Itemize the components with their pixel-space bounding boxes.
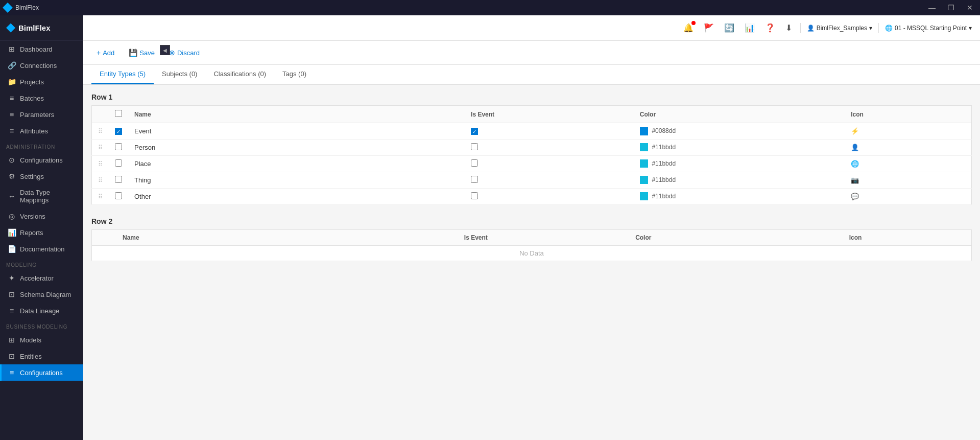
sidebar-item-entities[interactable]: ⊡ Entities xyxy=(0,348,83,364)
close-button[interactable]: ✕ xyxy=(964,3,976,13)
sidebar-item-label: Versions xyxy=(20,213,45,220)
add-button[interactable]: + Add xyxy=(91,46,119,59)
tab-entity-types[interactable]: Entity Types (5) xyxy=(91,65,154,84)
drag-handle-cell: ⠿ xyxy=(92,139,109,155)
toolbar: + Add 💾 Save ⊗ Discard xyxy=(83,41,980,65)
sidebar-item-label: Configurations xyxy=(20,156,63,164)
topbar-divider xyxy=(800,23,801,33)
sidebar-item-projects[interactable]: 📁 Projects xyxy=(0,74,83,90)
sidebar-item-bm-configurations[interactable]: ≡ Configurations xyxy=(0,364,83,381)
event-checkbox[interactable] xyxy=(471,143,478,150)
sidebar-item-attributes[interactable]: ≡ Attributes xyxy=(0,123,83,139)
event-checkbox[interactable] xyxy=(471,159,478,167)
drag-handle-icon[interactable]: ⠿ xyxy=(98,144,103,151)
sidebar-item-batches[interactable]: ≡ Batches xyxy=(0,90,83,106)
icon-cell: 🌐 xyxy=(845,155,971,172)
col-drag-header xyxy=(92,229,105,245)
topbar-environment[interactable]: 🌐 01 - MSSQL Starting Point ▾ xyxy=(885,25,972,32)
sidebar-item-schema-diagram[interactable]: ⊡ Schema Diagram xyxy=(0,286,83,303)
titlebar-controls: — ❐ ✕ xyxy=(925,3,976,13)
user-name: BimlFlex_Samples xyxy=(817,25,867,32)
table-row: ⠿ Person #11bbdd 👤 xyxy=(92,139,972,155)
sidebar-item-label: Documentation xyxy=(20,245,64,253)
color-cell: #11bbdd xyxy=(634,172,845,188)
row-checkbox[interactable] xyxy=(115,176,122,183)
sidebar-item-dashboard[interactable]: ⊞ Dashboard xyxy=(0,41,83,57)
sidebar-item-label: Reports xyxy=(20,229,43,237)
drag-handle-icon[interactable]: ⠿ xyxy=(98,193,103,200)
color-value: #11bbdd xyxy=(652,144,676,151)
name-cell: Place xyxy=(128,155,465,172)
select-all-checkbox[interactable] xyxy=(115,110,122,117)
table-header-row: Name Is Event Color Icon xyxy=(92,229,972,245)
event-checkbox[interactable] xyxy=(471,192,478,199)
tab-tags[interactable]: Tags (0) xyxy=(274,65,315,84)
stats-button[interactable]: 📊 xyxy=(743,21,757,35)
sidebar-item-data-lineage[interactable]: ≡ Data Lineage xyxy=(0,303,83,319)
sidebar-item-label: Attributes xyxy=(20,127,48,135)
sidebar-item-label: Configurations xyxy=(20,369,63,377)
sidebar-item-documentation[interactable]: 📄 Documentation xyxy=(0,241,83,257)
sidebar-item-settings[interactable]: ⚙ Settings xyxy=(0,168,83,184)
color-value: #11bbdd xyxy=(652,193,676,200)
connections-icon: 🔗 xyxy=(8,61,16,70)
row-checkbox[interactable] xyxy=(115,159,122,167)
sidebar-item-label: Projects xyxy=(20,78,44,86)
entities-icon: ⊡ xyxy=(8,352,16,360)
notifications-button[interactable]: 🔔 xyxy=(681,21,696,35)
icon-cell: 📷 xyxy=(845,172,971,188)
row2-label: Row 2 xyxy=(91,217,972,225)
drag-handle-icon[interactable]: ⠿ xyxy=(98,128,103,135)
download-button[interactable]: ⬇ xyxy=(783,21,794,35)
color-swatch xyxy=(640,176,648,184)
col-icon-header: Icon xyxy=(843,229,972,245)
event-cell xyxy=(465,188,634,204)
restore-button[interactable]: ❐ xyxy=(945,3,958,13)
business-section-label: BUSINESS MODELING xyxy=(0,319,83,332)
sidebar-item-label: Entities xyxy=(20,353,42,360)
icon-cell: ⚡ xyxy=(845,123,971,140)
col-color-header: Color xyxy=(629,229,843,245)
row-checkbox[interactable] xyxy=(115,143,122,150)
tab-subjects[interactable]: Subjects (0) xyxy=(154,65,205,84)
data-lineage-icon: ≡ xyxy=(8,307,16,315)
drag-handle-cell: ⠿ xyxy=(92,188,109,204)
help-button[interactable]: ❓ xyxy=(763,21,777,35)
titlebar-logo: BimlFlex xyxy=(4,4,39,11)
tab-classifications[interactable]: Classifications (0) xyxy=(205,65,274,84)
sidebar-item-models[interactable]: ⊞ Models xyxy=(0,332,83,348)
refresh-button[interactable]: 🔄 xyxy=(722,21,736,35)
sidebar-item-versions[interactable]: ◎ Versions xyxy=(0,208,83,224)
logo-icon xyxy=(3,3,13,13)
sidebar-item-parameters[interactable]: ≡ Parameters xyxy=(0,106,83,123)
accelerator-icon: ✦ xyxy=(8,274,16,282)
sidebar-item-data-type-mappings[interactable]: ↔ Data Type Mappings xyxy=(0,184,83,208)
table-row: No Data xyxy=(92,245,972,261)
sidebar-item-connections[interactable]: 🔗 Connections xyxy=(0,57,83,74)
flags-button[interactable]: 🚩 xyxy=(702,21,716,35)
drag-handle-icon[interactable]: ⠿ xyxy=(98,177,103,184)
user-icon: 👤 xyxy=(807,25,815,32)
sidebar-item-configurations[interactable]: ⊙ Configurations xyxy=(0,152,83,168)
table-row: ⠿ Event #0088dd ⚡ xyxy=(92,123,972,140)
minimize-button[interactable]: — xyxy=(925,3,939,13)
row-checkbox[interactable] xyxy=(115,192,122,199)
sidebar-collapse-button[interactable]: ◀ xyxy=(160,45,170,55)
drag-handle-icon[interactable]: ⠿ xyxy=(98,160,103,168)
sidebar-item-label: Parameters xyxy=(20,111,54,119)
sidebar-item-label: Data Type Mappings xyxy=(20,189,77,204)
projects-icon: 📁 xyxy=(8,78,16,86)
dashboard-icon: ⊞ xyxy=(8,45,16,53)
env-icon: 🌐 xyxy=(885,25,893,32)
topbar-user[interactable]: 👤 BimlFlex_Samples ▾ xyxy=(807,25,872,32)
sidebar-item-accelerator[interactable]: ✦ Accelerator xyxy=(0,270,83,286)
event-checkbox[interactable] xyxy=(471,176,478,183)
configurations-icon: ⊙ xyxy=(8,156,16,164)
save-button[interactable]: 💾 Save xyxy=(124,46,160,59)
sidebar-item-label: Dashboard xyxy=(20,45,53,53)
table-row: ⠿ Other #11bbdd 💬 xyxy=(92,188,972,204)
sidebar-item-reports[interactable]: 📊 Reports xyxy=(0,224,83,241)
tab-label: Subjects (0) xyxy=(162,70,197,78)
drag-handle-cell: ⠿ xyxy=(92,123,109,140)
color-cell: #0088dd xyxy=(634,123,845,140)
